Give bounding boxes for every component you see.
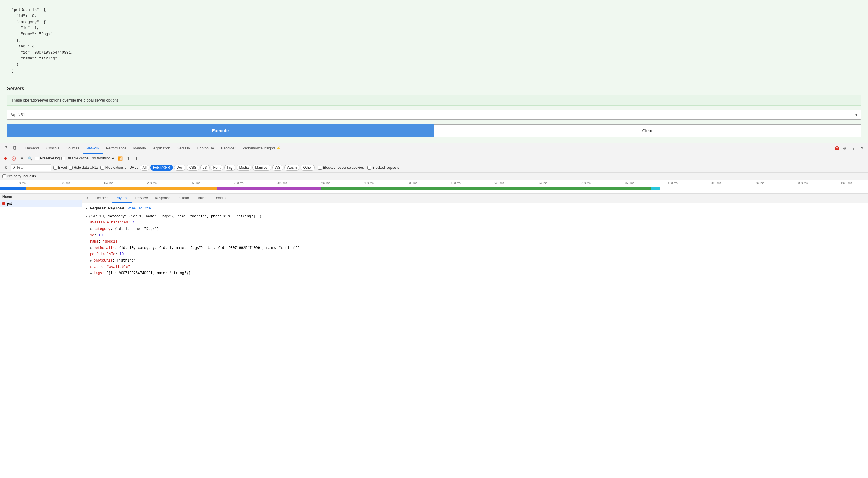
filter-tag-media[interactable]: Media (237, 165, 251, 171)
close-icon[interactable]: ✕ (859, 145, 866, 152)
tab-recorder[interactable]: Recorder (218, 143, 239, 154)
json-category[interactable]: category: {id: 1, name: "Dogs"} (85, 226, 865, 233)
subtab-cookies[interactable]: Cookies (210, 193, 229, 203)
hide-extension-urls-label[interactable]: Hide extension URLs (100, 166, 138, 170)
throttle-select[interactable]: No throttlingFast 3GSlow 3G (90, 156, 115, 160)
main-content: Name pet ✕ Headers Payload Preview Respo… (0, 193, 868, 478)
download-icon[interactable]: ⬇ (133, 155, 140, 161)
subtab-timing[interactable]: Timing (193, 193, 210, 203)
server-select[interactable]: /api/v31 (7, 110, 861, 120)
tab-network[interactable]: Network (83, 143, 103, 154)
hide-data-urls-checkbox[interactable] (69, 166, 72, 170)
execute-button[interactable]: Execute (7, 124, 434, 137)
file-list: Name pet (0, 193, 82, 478)
servers-info: These operation-level options override t… (7, 95, 861, 106)
tl-200ms: 200 ms (130, 181, 174, 186)
filter-tag-ws[interactable]: WS (272, 165, 283, 171)
tab-console[interactable]: Console (43, 143, 63, 154)
list-item[interactable]: pet (0, 200, 82, 207)
tl-900ms: 900 ms (738, 181, 781, 186)
servers-title: Servers (7, 86, 861, 91)
tab-elements[interactable]: Elements (21, 143, 43, 154)
settings-icon[interactable]: ⚙ (841, 145, 848, 152)
filter-tag-font[interactable]: Font (211, 165, 223, 171)
filter-tag-doc[interactable]: Doc (174, 165, 185, 171)
preserve-log-label[interactable]: Preserve log (35, 156, 60, 160)
record-icon[interactable]: ⏺ (2, 155, 9, 161)
subtab-preview[interactable]: Preview (132, 193, 152, 203)
filter-tag-js[interactable]: JS (200, 165, 210, 171)
inspect-icon[interactable] (3, 145, 10, 152)
filter-tags: All Fetch/XHR Doc CSS JS Font Img Media … (140, 165, 314, 171)
subtab-headers[interactable]: Headers (92, 193, 112, 203)
third-party-checkbox[interactable] (2, 174, 6, 178)
more-options-icon[interactable]: ⋮ (850, 145, 857, 152)
filter-toggle-icon[interactable]: ⧖ (2, 165, 9, 171)
clear-log-icon[interactable]: 🚫 (10, 155, 17, 161)
filter-tag-other[interactable]: Other (301, 165, 315, 171)
blocked-requests-checkbox[interactable] (367, 166, 371, 170)
tab-memory[interactable]: Memory (130, 143, 150, 154)
server-select-wrapper[interactable]: /api/v31 ▾ (7, 110, 861, 120)
invert-checkbox[interactable] (53, 166, 57, 170)
tab-application[interactable]: Application (150, 143, 174, 154)
wifi-icon[interactable]: 📶 (117, 155, 123, 161)
blocked-requests-label[interactable]: Blocked requests (367, 166, 399, 170)
filter-tag-img[interactable]: Img (224, 165, 236, 171)
subtab-initiator[interactable]: Initiator (174, 193, 192, 203)
tl-250ms: 250 ms (174, 181, 217, 186)
close-panel-icon[interactable]: ✕ (84, 195, 91, 201)
tl-100ms: 100 ms (43, 181, 87, 186)
json-root-line[interactable]: {id: 10, category: {id: 1, name: "Dogs"}… (85, 214, 865, 220)
tab-performance-insights[interactable]: Performance insights ⚡ (239, 143, 284, 154)
json-pet-details[interactable]: petDetails: {id: 10, category: {id: 1, n… (85, 245, 865, 251)
filter-tag-manifest[interactable]: Manifest (252, 165, 271, 171)
json-tags[interactable]: tags: [{id: 9007199254740991, name: "str… (85, 270, 865, 277)
code-line-10: } (7, 62, 861, 68)
filter-input[interactable] (17, 166, 46, 170)
tl-1000ms: 1000 ms (825, 181, 868, 186)
upload-icon[interactable]: ⬆ (125, 155, 132, 161)
blocked-response-checkbox[interactable] (318, 166, 322, 170)
tab-sources[interactable]: Sources (63, 143, 83, 154)
hide-data-urls-label[interactable]: Hide data URLs (69, 166, 98, 170)
blocked-response-label[interactable]: Blocked response cookies (318, 166, 364, 170)
filter-input-wrapper[interactable]: ⊘ (10, 165, 52, 171)
tl-700ms: 700 ms (564, 181, 608, 186)
filter-tag-fetch-xhr[interactable]: Fetch/XHR (150, 165, 173, 171)
filter-bar: ⧖ ⊘ Invert Hide data URLs Hide extension… (0, 163, 868, 173)
payload-title: ▾ Request Payload (85, 205, 124, 212)
code-line-7: "tag": { (7, 43, 861, 50)
hide-extension-urls-checkbox[interactable] (100, 166, 104, 170)
preserve-log-checkbox[interactable] (35, 156, 39, 160)
json-tree: {id: 10, category: {id: 1, name: "Dogs"}… (85, 214, 865, 277)
view-source-link[interactable]: view source (128, 206, 151, 211)
json-name: name: "doggie" (85, 239, 865, 245)
tab-performance[interactable]: Performance (103, 143, 130, 154)
action-buttons: Execute Clear (7, 124, 861, 137)
filter-tag-all[interactable]: All (140, 165, 149, 171)
tab-security[interactable]: Security (174, 143, 193, 154)
timeline-labels: 50 ms 100 ms 150 ms 200 ms 250 ms 300 ms… (0, 180, 868, 186)
json-photo-urls[interactable]: photoUrls: ["string"] (85, 258, 865, 264)
filter-tag-css[interactable]: CSS (187, 165, 199, 171)
search-icon[interactable]: 🔍 (27, 155, 33, 161)
disable-cache-checkbox[interactable] (61, 156, 65, 160)
tl-50ms: 50 ms (0, 181, 43, 186)
code-line-11: } (7, 68, 861, 74)
sub-tabs: ✕ Headers Payload Preview Response Initi… (82, 193, 868, 203)
filter-icon[interactable]: ▼ (19, 155, 25, 161)
error-badge: 2 (835, 146, 839, 150)
device-icon[interactable] (12, 145, 19, 152)
subtab-payload[interactable]: Payload (112, 193, 132, 203)
tab-lighthouse[interactable]: Lighthouse (193, 143, 218, 154)
filter-tag-wasm[interactable]: Wasm (284, 165, 300, 171)
devtools-toolbar: Elements Console Sources Network Perform… (0, 143, 868, 154)
invert-label[interactable]: Invert (53, 166, 67, 170)
third-party-label[interactable]: 3rd-party requests (2, 174, 36, 178)
tl-450ms: 450 ms (347, 181, 391, 186)
payload-content: ▾ Request Payload view source {id: 10, c… (82, 203, 868, 279)
disable-cache-label[interactable]: Disable cache (61, 156, 88, 160)
clear-button[interactable]: Clear (434, 124, 861, 137)
subtab-response[interactable]: Response (151, 193, 174, 203)
